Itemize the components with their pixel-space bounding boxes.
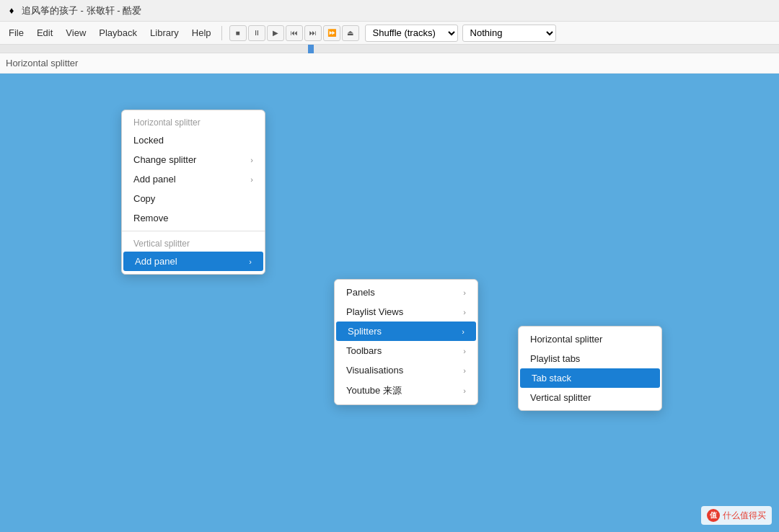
ctx-item-locked[interactable]: Locked [122, 130, 265, 150]
nothing-select[interactable]: Nothing Repeat track Repeat playlist [462, 25, 556, 42]
menu-edit[interactable]: Edit [31, 25, 58, 41]
submenu-arrow-active: › [462, 327, 465, 336]
fastforward-button[interactable]: ⏩ [323, 25, 340, 41]
progress-bar[interactable] [0, 45, 779, 53]
app-logo: ♦ [6, 5, 17, 17]
watermark: 值 什么值得买 [701, 506, 772, 525]
ctx-divider [122, 231, 265, 231]
ctx-item-horizontal-splitter[interactable]: Horizontal splitter [519, 329, 661, 349]
ctx-item-playlist-views[interactable]: Playlist Views › [335, 302, 477, 322]
menu-separator [221, 26, 222, 40]
ctx-item-visualisations[interactable]: Visualisations › [335, 360, 477, 380]
ctx-item-vertical-splitter[interactable]: Vertical splitter [519, 388, 661, 407]
submenu-arrow-active: › [249, 257, 252, 266]
context-menu-2: Panels › Playlist Views › Splitters › To… [334, 279, 478, 405]
ctx-item-toolbars[interactable]: Toolbars › [335, 341, 477, 360]
submenu-arrow: › [250, 156, 253, 164]
main-content: Horizontal splitter Locked Change splitt… [0, 74, 779, 532]
ctx-item-add-panel-v[interactable]: Add panel › [123, 252, 263, 271]
pause-button[interactable]: ⏸ [248, 25, 265, 41]
ctx-item-change-splitter[interactable]: Change splitter › [122, 150, 265, 169]
context-menu-3: Horizontal splitter Playlist tabs Tab st… [518, 326, 662, 411]
next-button[interactable]: ⏭ [304, 25, 322, 41]
ctx-item-add-panel-h[interactable]: Add panel › [122, 169, 265, 189]
menu-help[interactable]: Help [186, 25, 217, 41]
ctx-item-splitters[interactable]: Splitters › [336, 322, 476, 341]
playback-controls: ■ ⏸ ▶ ⏮ ⏭ ⏩ ⏏ [229, 25, 359, 41]
shuffle-select[interactable]: Shuffle (tracks) No shuffle Shuffle (alb… [365, 25, 458, 42]
menu-library[interactable]: Library [144, 25, 185, 41]
submenu-arrow: › [463, 347, 466, 355]
play-button[interactable]: ▶ [267, 25, 284, 41]
context-menu-1: Horizontal splitter Locked Change splitt… [121, 110, 265, 275]
submenu-arrow: › [463, 386, 466, 395]
ctx-item-copy[interactable]: Copy [122, 189, 265, 208]
ctx-item-panels[interactable]: Panels › [335, 283, 477, 302]
ctx-item-tab-stack[interactable]: Tab stack [520, 368, 660, 388]
submenu-arrow: › [463, 308, 466, 316]
ctx-item-remove[interactable]: Remove [122, 208, 265, 228]
watermark-text: 什么值得买 [723, 510, 766, 522]
ctx-menu1-section2-header: Vertical splitter [122, 234, 265, 252]
title-bar: ♦ 追风筝的孩子 - 张敬轩 - 酷爱 [0, 0, 779, 22]
menu-file[interactable]: File [3, 25, 30, 41]
progress-thumb [308, 45, 314, 53]
ctx-item-youtube[interactable]: Youtube 来源 › [335, 380, 477, 402]
splitter-label: Horizontal splitter [0, 53, 779, 74]
prev-button[interactable]: ⏮ [286, 25, 303, 41]
menu-view[interactable]: View [60, 25, 92, 41]
ctx-menu1-header: Horizontal splitter [122, 113, 265, 130]
stop-button[interactable]: ■ [229, 25, 247, 41]
ctx-item-playlist-tabs[interactable]: Playlist tabs [519, 349, 661, 368]
submenu-arrow: › [463, 288, 466, 297]
eject-button[interactable]: ⏏ [342, 25, 359, 41]
menu-bar: File Edit View Playback Library Help ■ ⏸… [0, 22, 779, 45]
watermark-icon: 值 [707, 509, 720, 522]
submenu-arrow: › [250, 175, 253, 184]
submenu-arrow: › [463, 366, 466, 375]
menu-playback[interactable]: Playback [93, 25, 143, 41]
window-title: 追风筝的孩子 - 张敬轩 - 酷爱 [22, 4, 141, 17]
